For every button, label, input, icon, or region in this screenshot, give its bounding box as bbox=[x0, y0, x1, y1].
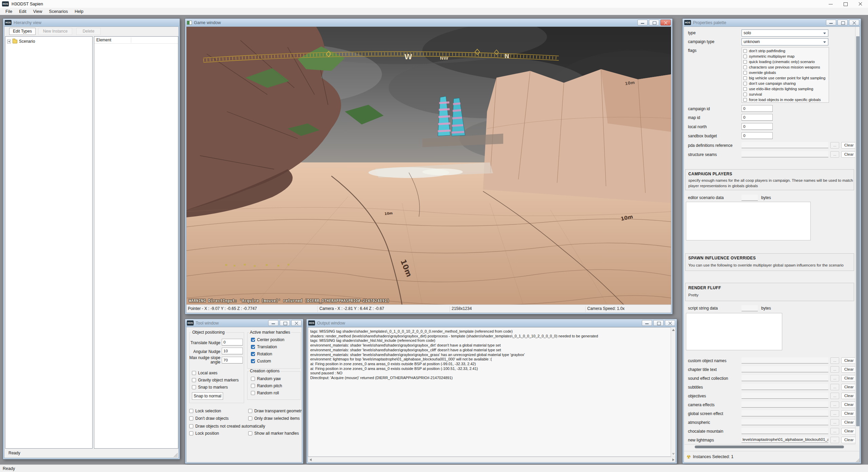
structure-seams-field[interactable] bbox=[742, 151, 828, 157]
browse-button[interactable]: ... bbox=[830, 151, 839, 158]
menu-file[interactable]: File bbox=[2, 9, 16, 14]
lock-selection-checkbox[interactable]: Lock selection bbox=[189, 409, 221, 413]
output-titlebar[interactable]: HOS Output window bbox=[307, 319, 677, 327]
browse-button[interactable]: ... bbox=[830, 384, 839, 390]
game-viewport[interactable]: 10m 10m 10m 10m W NW N bbox=[186, 27, 671, 306]
flag-symmetric-multiplayer-map[interactable]: symmetric multiplayer map bbox=[743, 54, 829, 59]
maximize-icon[interactable] bbox=[280, 320, 290, 326]
scrollbar-thumb[interactable] bbox=[856, 36, 860, 426]
gravity-object-markers-checkbox[interactable]: Gravity object markers bbox=[192, 378, 239, 382]
scrollbar-thumb[interactable] bbox=[695, 446, 844, 448]
delete-button[interactable]: Delete bbox=[76, 28, 101, 35]
tree-item-scenario[interactable]: Scenario bbox=[7, 39, 35, 44]
minimize-icon[interactable] bbox=[637, 20, 648, 25]
new-lightmaps-field[interactable]: levels\maptastrophe\01_alphabase_blockou… bbox=[742, 437, 828, 443]
hierarchy-titlebar[interactable]: HOS Hierarchy view bbox=[3, 19, 180, 26]
snap-to-normal-button[interactable]: Snap to normal bbox=[192, 392, 223, 400]
app-minimize-icon[interactable] bbox=[823, 0, 838, 8]
flag-big-vehicle-light-sampling[interactable]: big vehicle use center point for light s… bbox=[743, 75, 829, 81]
show-all-marker-handles-checkbox[interactable]: Show all marker handles bbox=[248, 431, 299, 436]
translation-checkbox[interactable]: Translation bbox=[251, 345, 277, 349]
browse-button[interactable]: ... bbox=[830, 428, 839, 434]
flag-quick-loading[interactable]: quick loading (cinematic only) scenario bbox=[743, 59, 829, 64]
browse-button[interactable]: ... bbox=[830, 366, 839, 373]
sound-effect-collection-field[interactable] bbox=[742, 375, 828, 381]
flag-eldo-like-lighting[interactable]: use eldo-like objects lighting sampling bbox=[743, 86, 829, 92]
scroll-left-icon[interactable] bbox=[310, 458, 312, 461]
menu-help[interactable]: Help bbox=[71, 9, 87, 14]
minimize-icon[interactable] bbox=[642, 320, 652, 326]
camera-effects-field[interactable] bbox=[742, 401, 828, 408]
map-id-input[interactable] bbox=[742, 114, 773, 121]
new-instance-button[interactable]: New Instance bbox=[38, 28, 72, 35]
center-position-checkbox[interactable]: Center position bbox=[251, 337, 284, 342]
chapter-title-text-field[interactable] bbox=[742, 366, 828, 372]
scroll-up-icon[interactable] bbox=[672, 329, 675, 331]
flag-override-globals[interactable]: override globals bbox=[743, 70, 829, 75]
vertical-scrollbar[interactable] bbox=[671, 327, 675, 457]
flags-list[interactable]: don't strip pathfinding symmetric multip… bbox=[742, 47, 829, 103]
vertical-scrollbar[interactable] bbox=[855, 27, 860, 444]
flag-dont-use-campaign-sharing[interactable]: don't use campaign sharing bbox=[743, 81, 829, 86]
angular-nudge-input[interactable] bbox=[222, 348, 243, 354]
minimize-icon[interactable] bbox=[826, 20, 836, 25]
subtitles-field[interactable] bbox=[742, 384, 828, 390]
close-icon[interactable] bbox=[665, 320, 675, 326]
browse-button[interactable]: ... bbox=[830, 410, 839, 417]
flag-dont-strip-pathfinding[interactable]: don't strip pathfinding bbox=[743, 48, 829, 54]
draw-transparent-geometry-checkbox[interactable]: Draw transparent geometry bbox=[248, 409, 302, 413]
element-column-header[interactable]: Element bbox=[94, 37, 178, 44]
only-draw-selected-items-checkbox[interactable]: Only draw selected items bbox=[248, 416, 300, 421]
browse-button[interactable]: ... bbox=[830, 419, 839, 426]
browse-button[interactable]: ... bbox=[830, 142, 839, 149]
app-maximize-icon[interactable] bbox=[838, 0, 853, 8]
translate-nudge-input[interactable] bbox=[222, 339, 243, 346]
resize-grip[interactable] bbox=[174, 453, 178, 457]
game-titlebar[interactable]: Game window bbox=[185, 19, 672, 26]
chocalate-mountain-field[interactable] bbox=[742, 428, 828, 434]
dont-draw-objects-checkbox[interactable]: Don't draw objects bbox=[189, 416, 229, 421]
flag-force-load-objects[interactable]: force load objects in mode specific glob… bbox=[743, 97, 829, 102]
flag-characters-use-previous-weapons[interactable]: characters use previous mission weapons bbox=[743, 64, 829, 70]
custom-object-names-field[interactable] bbox=[742, 357, 828, 363]
browse-button[interactable]: ... bbox=[830, 393, 839, 399]
browse-button[interactable]: ... bbox=[830, 401, 839, 408]
resize-grip[interactable] bbox=[855, 458, 860, 463]
editor-scenario-data-textarea[interactable] bbox=[686, 202, 811, 240]
edit-types-button[interactable]: Edit Types bbox=[9, 28, 36, 35]
close-icon[interactable] bbox=[291, 320, 301, 326]
browse-button[interactable]: ... bbox=[830, 437, 839, 443]
snap-to-markers-checkbox[interactable]: Snap to markers bbox=[192, 385, 228, 390]
sandbox-budget-input[interactable] bbox=[742, 132, 773, 139]
maximize-icon[interactable] bbox=[837, 20, 848, 25]
browse-button[interactable]: ... bbox=[830, 375, 839, 381]
browse-button[interactable]: ... bbox=[830, 357, 839, 364]
scroll-down-icon[interactable] bbox=[672, 453, 675, 455]
custom-checkbox[interactable]: Custom bbox=[251, 359, 271, 363]
local-north-input[interactable] bbox=[742, 123, 773, 130]
minimize-icon[interactable] bbox=[268, 320, 278, 326]
lock-position-checkbox[interactable]: Lock position bbox=[189, 431, 219, 436]
flag-survival[interactable]: survival bbox=[743, 92, 829, 97]
atmospheric-field[interactable] bbox=[742, 419, 828, 425]
tool-titlebar[interactable]: HOS Tool window bbox=[185, 319, 303, 327]
maximize-icon[interactable] bbox=[649, 20, 659, 25]
objectives-field[interactable] bbox=[742, 393, 828, 399]
max-nudge-slope-input[interactable] bbox=[222, 357, 243, 363]
menu-scenarios[interactable]: Scenarios bbox=[46, 9, 72, 14]
type-dropdown[interactable]: solo bbox=[742, 29, 828, 37]
horizontal-scrollbar[interactable] bbox=[308, 457, 676, 462]
random-pitch-checkbox[interactable]: Random pitch bbox=[251, 383, 282, 388]
expand-icon[interactable] bbox=[7, 40, 11, 43]
log-area[interactable]: tags: MISSING tag shaders\shader_templat… bbox=[308, 327, 676, 457]
draw-objects-not-created-automatically-checkbox[interactable]: Draw objects not created automatically bbox=[189, 424, 265, 429]
campaign-type-dropdown[interactable]: unknown bbox=[742, 38, 828, 45]
random-yaw-checkbox[interactable]: Random yaw bbox=[251, 376, 281, 381]
random-roll-checkbox[interactable]: Random roll bbox=[251, 391, 279, 395]
element-list-panel[interactable]: Element bbox=[94, 36, 178, 449]
properties-titlebar[interactable]: HOS Properties palette bbox=[683, 19, 861, 26]
horizontal-scrollbar[interactable] bbox=[685, 444, 855, 450]
script-string-data-textarea[interactable] bbox=[686, 313, 782, 350]
campaign-id-input[interactable] bbox=[742, 105, 773, 112]
menu-view[interactable]: View bbox=[30, 9, 46, 14]
